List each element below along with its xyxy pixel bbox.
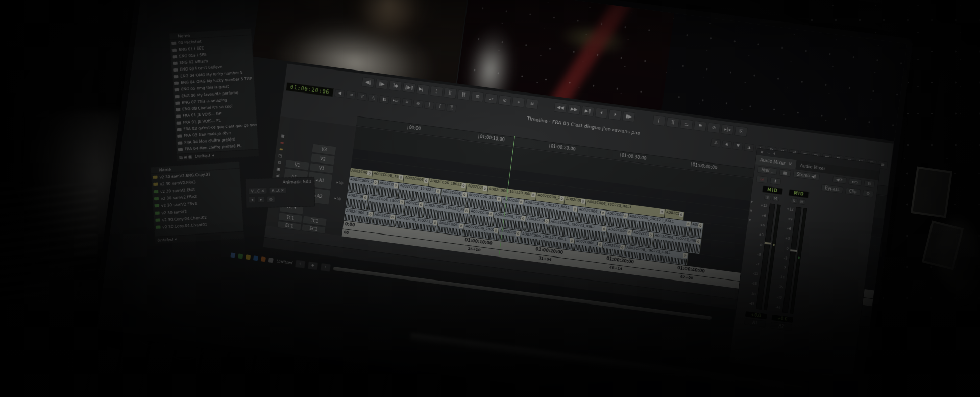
audio-clip[interactable]: A002C006_190223_R6L10 [346,192,369,210]
mix-mode-dropdown[interactable]: Ster… [757,166,778,175]
animatic-nav-button[interactable]: ▸ [258,196,265,203]
fader-thumb[interactable] [790,249,798,253]
transport-button[interactable]: ⏵ [608,109,622,120]
transport-button[interactable]: ▮▶ [622,111,635,122]
track-extra-icons[interactable] [326,227,342,236]
animatic-nav-button[interactable]: ◂ [249,196,256,203]
audio-clip[interactable]: A002C006_190223_R6L10 [631,230,654,248]
mute-button[interactable]: M [798,199,805,205]
close-icon[interactable]: ✕ [760,150,764,155]
edit-tool-button[interactable]: ‖[ [457,89,471,100]
edit-tool-button[interactable]: ⚏ [484,92,498,104]
taskbar-app-icon[interactable] [268,258,274,263]
bypass-button[interactable]: Bypass [821,184,843,193]
palette-tool-icon[interactable]: ▬ [279,147,283,152]
palette-tool-icon[interactable]: ◳ [278,154,283,158]
audio-clip[interactable]: A002C006_190223_R6L10 [605,211,629,228]
edit-tool-button[interactable]: ]◆ [389,80,402,91]
marker-tool-button[interactable]: ⚓ [710,138,721,147]
edit-tool-button[interactable]: ◀‖ [361,77,375,88]
marker-tool-button[interactable]: ▼ [732,142,743,150]
window-tool-button[interactable]: [ [652,115,666,126]
edit-tool-button[interactable]: ▶⎸ [416,84,429,95]
mixer-tool-button[interactable]: ◀⟳ [832,176,846,184]
marker-tool-button[interactable]: ♟ [722,140,732,149]
window-tool-button[interactable]: ⚌ [680,119,693,130]
close-icon[interactable]: ✕ [281,188,284,193]
taskbar-app-icon[interactable] [238,253,243,259]
timeline-tool-button[interactable]: ◧ [379,95,390,103]
taskbar-app-icon[interactable] [261,256,266,262]
mute-button[interactable]: M [772,195,779,202]
window-tool-button[interactable]: ][ [666,116,679,128]
track-extra-icons[interactable]: ▸⌇◎ [331,174,349,192]
palette-tool-icon[interactable]: ▬ [280,141,284,145]
edit-tool-button[interactable]: [ [430,85,443,97]
edit-tool-button[interactable]: ⊘ [498,95,511,106]
maximize-icon[interactable]: + [773,151,777,156]
timeline-tool-button[interactable]: ▸▭ [390,96,401,105]
chevron-down-icon[interactable]: ▾ [212,153,214,158]
track-extra-icons[interactable] [328,206,345,220]
automation-mode-display[interactable]: MID [788,189,810,198]
track-label[interactable]: A1 [744,318,766,328]
clear-automation-button[interactable]: ⬆ [770,177,781,185]
transport-button[interactable]: ▶‖ [581,105,595,116]
window-tool-button[interactable]: ⚑ [694,120,707,131]
close-icon[interactable]: ✕ [261,189,265,193]
window-tool-button[interactable]: ▸|◂ [721,124,734,135]
audio-clip[interactable]: A002C006_190223_R6L10 [377,180,400,198]
mixer-tool-button[interactable]: ⊟ [864,180,875,188]
marker-tool-button[interactable]: ◮ [744,143,754,151]
edit-tool-button[interactable]: ‖▶‖ [403,82,416,93]
timeline-tool-button[interactable]: ⊘ [413,99,424,108]
grid-icon[interactable]: ▦ [779,169,791,177]
fader-thumb[interactable] [764,242,772,245]
timeline-tool-button[interactable]: ≕ [346,90,356,99]
track-extra-icons[interactable]: ▸⌇◎ [329,190,347,207]
tab-vc[interactable]: V…C ✕ [248,188,267,195]
mixer-tool-button[interactable]: ▸▭ [848,178,862,186]
solo-button[interactable]: S [790,198,797,204]
window-tool-button[interactable]: ⎘ [734,126,748,137]
palette-tool-icon[interactable]: ▣ [276,167,281,172]
audio-clip[interactable]: A002C006_190223_R6L10 [690,222,704,239]
edit-tool-button[interactable]: ‖▶ [375,78,388,89]
bin-tab-untitled[interactable]: Untitled [194,153,210,159]
edit-tool-button[interactable]: ⊞ [471,91,484,102]
animatic-nav-button[interactable]: ⊙ [266,196,275,202]
track-extra-icons[interactable] [335,156,351,168]
transport-button[interactable]: ⏴ [595,107,608,119]
timeline-tool-button[interactable]: △ [368,93,379,102]
scroll-left-button[interactable]: ‹ [295,260,306,268]
tab-at[interactable]: A…t ✕ [269,187,287,194]
record-automation-button[interactable]: ⦿ [756,176,768,184]
audio-clip[interactable]: A002C006_190223_R6L10 [525,216,550,234]
automation-mode-display[interactable]: MID [762,185,783,195]
minimize-icon[interactable]: − [766,151,770,156]
bin-tab-untitled[interactable]: Untitled [157,237,173,243]
edit-tool-button[interactable]: ⌖ [512,96,525,107]
palette-tool-icon[interactable]: ⧉ [278,160,281,165]
transport-button[interactable]: ▶▶ [568,104,581,115]
clip-gain-button[interactable]: Clip [845,188,861,196]
scroll-center-button[interactable]: ⬥ [307,261,318,270]
track-label[interactable]: A2 [770,322,792,331]
gear-icon[interactable]: ⚙ [862,190,874,198]
edit-tool-button[interactable]: ≋ [525,98,538,109]
taskbar-app-icon[interactable] [246,254,251,260]
chevron-down-icon[interactable]: ▾ [175,237,177,242]
audio-clip[interactable]: A002C006_190223_R6L10 [403,200,425,218]
bin-view-icons[interactable]: ▤ ⊞ ▦ [179,154,192,160]
timeline-tool-button[interactable]: ][ [446,104,457,112]
taskbar-app-icon[interactable] [230,252,235,258]
timeline-tool-button[interactable]: ] [424,101,434,109]
timeline-tool-button[interactable]: ⊜ [402,98,412,106]
edit-tool-button[interactable]: ][ [444,87,457,99]
solo-button[interactable]: S [764,194,771,201]
window-tool-button[interactable]: ⊘ [707,122,720,133]
palette-tool-icon[interactable]: ▦ [281,134,285,138]
audio-clip[interactable]: A002C006_190223_R6L10 [468,208,495,227]
taskbar-app-icon[interactable] [253,255,258,261]
transport-button[interactable]: ◀◀ [554,102,567,113]
